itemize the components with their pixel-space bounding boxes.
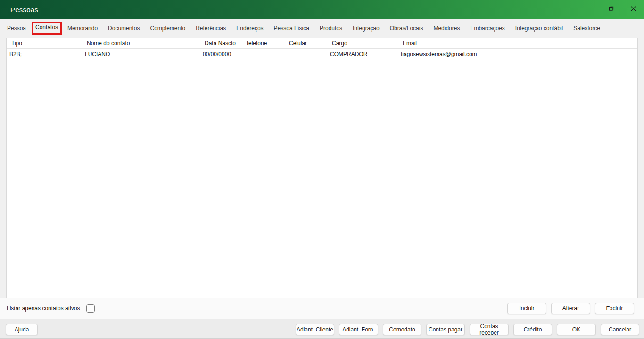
adiant-forn-button[interactable]: Adiant. Forn. [339, 324, 378, 335]
incluir-button[interactable]: Incluir [507, 303, 546, 314]
column-header-nome: Nome do contato [82, 40, 200, 47]
column-header-tipo: Tipo [7, 40, 82, 47]
restore-icon [608, 5, 615, 14]
tab-produtos[interactable]: Produtos [314, 23, 347, 33]
cell-cargo: COMPRADOR [327, 51, 398, 57]
titlebar: Pessoas [0, 0, 644, 19]
cell-nome: LUCIANO [82, 51, 200, 57]
ajuda-button[interactable]: Ajuda [6, 324, 38, 335]
tab-salesforce[interactable]: Salesforce [568, 23, 605, 33]
table-header-row: Tipo Nome do contato Data Nascto Telefon… [7, 38, 637, 49]
restore-window-button[interactable] [601, 0, 622, 19]
ok-mnemonic: K [577, 326, 580, 333]
tab-memorando[interactable]: Memorando [62, 23, 103, 33]
filter-active-contacts-checkbox[interactable] [86, 304, 95, 313]
tab-referencias[interactable]: Referências [190, 23, 231, 33]
comodato-button[interactable]: Comodato [383, 324, 421, 335]
ok-button[interactable]: OK [557, 324, 596, 335]
contas-receber-button[interactable]: Contas receber [470, 324, 509, 335]
options-row: Listar apenas contatos ativos Incluir Al… [0, 298, 644, 319]
window-controls [601, 0, 644, 19]
tab-complemento[interactable]: Complemento [145, 23, 190, 33]
window-title: Pessoas [10, 6, 38, 14]
close-icon [630, 5, 636, 14]
tab-integracao[interactable]: Integração [347, 23, 385, 33]
ok-label: O [572, 326, 577, 333]
column-header-data-nascto: Data Nascto [200, 40, 241, 47]
tab-embarcacoes[interactable]: Embarcações [465, 23, 510, 33]
column-header-telefone: Telefone [241, 40, 284, 47]
column-header-email: Email [398, 40, 637, 47]
close-window-button[interactable] [622, 0, 644, 19]
excluir-button[interactable]: Excluir [595, 303, 634, 314]
column-header-cargo: Cargo [327, 40, 398, 47]
tab-contatos[interactable]: Contatos [35, 24, 58, 32]
tab-enderecos[interactable]: Endereços [231, 23, 268, 33]
cell-email: tiagosewsistemas@gmail.com [398, 51, 637, 57]
cancelar-button[interactable]: Cancelar [601, 324, 639, 335]
adiant-cliente-button[interactable]: Adiant. Cliente [296, 324, 334, 335]
filter-active-contacts-label: Listar apenas contatos ativos [7, 305, 80, 312]
tab-obras-locais[interactable]: Obras/Locais [385, 23, 429, 33]
cell-data-nascto: 00/00/0000 [200, 51, 241, 57]
record-action-buttons: Incluir Alterar Excluir [507, 303, 634, 314]
tab-strip: Pessoa Contatos Memorando Documentos Com… [0, 19, 644, 37]
tab-integracao-contabil[interactable]: Integração contábil [510, 23, 568, 33]
tab-pessoa-fisica[interactable]: Pessoa Física [269, 23, 314, 33]
tab-contatos-highlight-box[interactable]: Contatos [32, 22, 62, 35]
contas-pagar-button[interactable]: Contas pagar [426, 324, 465, 335]
tab-pessoa[interactable]: Pessoa [2, 23, 31, 33]
tab-medidores[interactable]: Medidores [428, 23, 465, 33]
contacts-table: Tipo Nome do contato Data Nascto Telefon… [6, 38, 638, 298]
footer-action-buttons: Adiant. Cliente Adiant. Forn. Comodato C… [296, 324, 639, 335]
credito-button[interactable]: Crédito [513, 324, 552, 335]
column-header-celular: Celular [284, 40, 327, 47]
table-row[interactable]: B2B; LUCIANO 00/00/0000 COMPRADOR tiagos… [7, 49, 637, 59]
cancelar-mnemonic: C [609, 326, 613, 333]
footer-bar: Ajuda Adiant. Cliente Adiant. Forn. Como… [0, 319, 644, 338]
tab-documentos[interactable]: Documentos [103, 23, 145, 33]
alterar-button[interactable]: Alterar [551, 303, 590, 314]
cancelar-label: ancelar [613, 326, 631, 333]
cell-tipo: B2B; [7, 51, 82, 57]
